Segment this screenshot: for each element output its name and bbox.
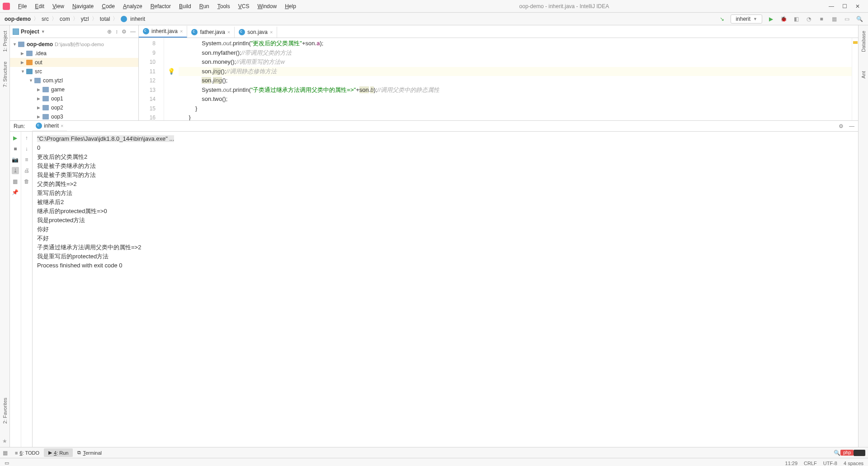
code-line[interactable]: son.myfather();//带调用父类的方法 [179, 48, 852, 58]
close-icon[interactable]: × [180, 29, 183, 34]
bottom-tab-todo[interactable]: ≡6: TODO [10, 448, 44, 457]
scroll-to-end-button[interactable]: ⤓ [12, 167, 19, 174]
profile-button[interactable]: ◔ [805, 15, 813, 23]
console-output[interactable]: "C:\Program Files\Java\jdk1.8.0_144\bin\… [33, 132, 858, 447]
tree-item-com.ytzl[interactable]: ▼com.ytzl [10, 76, 138, 85]
build-icon[interactable]: ↘ [718, 15, 726, 23]
clear-button[interactable]: 🗑 [23, 178, 30, 185]
tree-item-.idea[interactable]: ▶.idea [10, 49, 138, 58]
dump-button[interactable]: 📷 [12, 156, 19, 163]
debug-button[interactable]: 🐞 [779, 15, 788, 23]
close-button[interactable]: ✕ [855, 3, 860, 10]
minimize-button[interactable]: — [829, 3, 834, 10]
menu-window[interactable]: Window [254, 2, 280, 11]
lightbulb-icon[interactable]: 💡 [168, 68, 175, 75]
grid-icon[interactable]: ▦ [3, 450, 8, 456]
code-line[interactable]: son.jng();//调用静态修饰方法 [179, 67, 852, 76]
warning-marker[interactable] [853, 41, 858, 44]
code-line[interactable]: son.money();//调用重写的方法w [179, 57, 852, 67]
line-separator[interactable]: CRLF [804, 461, 817, 466]
event-log-icon[interactable]: 🔍 [834, 450, 840, 456]
rail-ant[interactable]: Ant [861, 68, 866, 81]
run-config-select[interactable]: inherit ▼ [731, 14, 762, 24]
close-icon[interactable]: × [270, 29, 273, 35]
indent-info[interactable]: 4 spaces [844, 461, 863, 466]
breadcrumb-item[interactable]: src [42, 16, 49, 22]
print-button[interactable]: 🖨 [23, 167, 30, 174]
breadcrumb-item[interactable]: ytzl [81, 16, 89, 22]
coverage-button[interactable]: ◧ [792, 15, 800, 23]
code-line[interactable]: son.jing(); [179, 76, 852, 86]
menu-tools[interactable]: Tools [214, 2, 234, 11]
run-button[interactable]: ▶ [767, 15, 775, 23]
menu-vcs[interactable]: VCS [235, 2, 253, 11]
layout-button[interactable]: ▦ [830, 15, 838, 23]
tree-item-out[interactable]: ▶out [10, 58, 138, 67]
hide-icon[interactable]: — [849, 123, 854, 129]
menu-edit[interactable]: Edit [31, 2, 48, 11]
menu-navigate[interactable]: Navigate [69, 2, 97, 11]
code-line[interactable]: System.out.println("更改后的父类属性"+son.a); [179, 39, 852, 48]
menu-help[interactable]: Help [281, 2, 300, 11]
tree-item-oop2[interactable]: ▶oop2 [10, 103, 138, 112]
up-button[interactable]: ↑ [23, 134, 30, 142]
menu-build[interactable]: Build [175, 2, 195, 11]
error-stripe[interactable] [852, 38, 858, 120]
editor-tab-father-java[interactable]: father.java× [187, 27, 235, 38]
stop-button[interactable]: ■ [817, 15, 826, 23]
code-line[interactable]: System.out.println("子类通过继承方法调用父类中的属性=>"+… [179, 86, 852, 95]
rail-database[interactable]: Database [861, 28, 866, 55]
maximize-button[interactable]: ☐ [842, 3, 847, 10]
wrap-button[interactable]: ≡ [23, 156, 30, 163]
tab-label: 6: TODO [19, 450, 39, 456]
folder-toolbar-icon[interactable]: ▭ [843, 15, 851, 23]
hide-icon[interactable]: — [130, 29, 136, 35]
tree-item-oop1[interactable]: ▶oop1 [10, 94, 138, 103]
menu-refactor[interactable]: Refactor [147, 2, 175, 11]
breadcrumb-item[interactable]: inherit [130, 16, 145, 22]
gear-icon[interactable]: ⚙ [839, 123, 844, 129]
tree-item-src[interactable]: ▼src [10, 67, 138, 76]
code-line[interactable]: son.two(); [179, 95, 852, 104]
rerun-button[interactable]: ▶ [12, 134, 19, 142]
down-button[interactable]: ↓ [23, 145, 30, 152]
editor-tab-son-java[interactable]: son.java× [235, 27, 277, 38]
search-everywhere-button[interactable]: 🔍 [855, 15, 863, 23]
menu-run[interactable]: Run [196, 2, 213, 11]
code-line[interactable]: } [179, 104, 852, 114]
bottom-tab-run[interactable]: ▶4: Run [44, 448, 73, 457]
layout-icon[interactable]: ▦ [12, 178, 19, 185]
menu-code[interactable]: Code [98, 2, 118, 11]
chevron-down-icon[interactable]: ▼ [41, 29, 45, 34]
menu-file[interactable]: File [14, 2, 30, 11]
close-icon[interactable]: × [227, 29, 230, 35]
stop-run-button[interactable]: ■ [12, 145, 19, 152]
editor-tab-inherit-java[interactable]: inherit.java× [139, 26, 187, 38]
rail-favorites[interactable]: 2: Favorites [2, 395, 8, 426]
editor-body[interactable]: 891011121314151617 💡 System.out.println(… [139, 38, 858, 120]
target-icon[interactable]: ⊕ [107, 29, 112, 35]
tree-item-game[interactable]: ▶game [10, 85, 138, 94]
pin-icon[interactable]: 📌 [12, 189, 19, 196]
tree-root[interactable]: ▼oop-demoD:\java制作\oop-demo [10, 40, 138, 49]
bottom-tab-terminal[interactable]: ⧉Terminal [73, 448, 106, 457]
rail-structure[interactable]: 7: Structure [2, 59, 8, 90]
main-toolbar: ↘ inherit ▼ ▶ 🐞 ◧ ◔ ■ ▦ ▭ 🔍 [718, 14, 863, 24]
run-tab[interactable]: inherit × [32, 121, 67, 131]
breadcrumb-item[interactable]: com [60, 16, 70, 22]
menu-analyze[interactable]: Analyze [119, 2, 146, 11]
code-area[interactable]: System.out.println("更改后的父类属性"+son.a); so… [179, 38, 852, 120]
rail-project[interactable]: 1: Project [2, 28, 8, 54]
breadcrumb-item[interactable]: oop-demo [5, 16, 31, 22]
code-line[interactable]: } [179, 113, 852, 120]
tree-item-oop3[interactable]: ▶oop3 [10, 112, 138, 119]
close-icon[interactable]: × [61, 123, 63, 128]
file-encoding[interactable]: UTF-8 [823, 461, 837, 466]
gear-icon[interactable]: ⚙ [122, 29, 127, 35]
collapse-icon[interactable]: ↕ [115, 29, 118, 35]
status-icon[interactable]: ▭ [5, 460, 9, 466]
cursor-position[interactable]: 11:29 [785, 461, 798, 466]
console-line: 你好 [37, 225, 854, 234]
breadcrumb-item[interactable]: total [100, 16, 110, 22]
menu-view[interactable]: View [49, 2, 68, 11]
